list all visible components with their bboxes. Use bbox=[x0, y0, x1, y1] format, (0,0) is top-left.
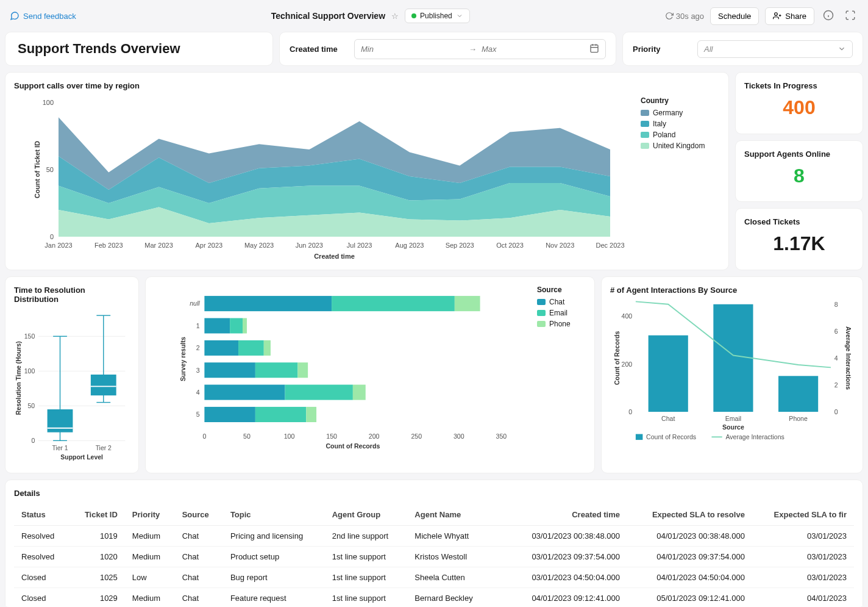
table-cell: 1029 bbox=[69, 588, 125, 608]
table-cell: 03/01/2023 bbox=[752, 567, 854, 588]
table-cell: Medium bbox=[125, 526, 175, 547]
svg-rect-44 bbox=[91, 375, 116, 395]
svg-rect-62 bbox=[204, 362, 255, 378]
svg-text:Chat: Chat bbox=[661, 415, 675, 422]
svg-text:Email: Email bbox=[725, 415, 741, 422]
table-header[interactable]: Expected SLA to fir bbox=[752, 504, 854, 526]
svg-text:8: 8 bbox=[834, 301, 838, 308]
svg-point-0 bbox=[775, 13, 778, 16]
table-header[interactable]: Agent Group bbox=[325, 504, 408, 526]
refresh-label: 30s ago bbox=[676, 12, 704, 21]
priority-dropdown[interactable]: All bbox=[697, 40, 853, 58]
svg-rect-56 bbox=[243, 318, 247, 333]
max-date-input[interactable] bbox=[482, 45, 585, 54]
svg-text:100: 100 bbox=[24, 368, 35, 375]
table-header[interactable]: Source bbox=[175, 504, 223, 526]
svg-text:1: 1 bbox=[196, 322, 200, 329]
svg-text:Resolution Time (Hours): Resolution Time (Hours) bbox=[15, 341, 22, 415]
table-header[interactable]: Ticket ID bbox=[69, 504, 125, 526]
table-cell: Resolved bbox=[14, 547, 69, 567]
svg-rect-72 bbox=[306, 407, 316, 422]
table-row[interactable]: Closed1029MediumChatFeature request1st l… bbox=[14, 588, 854, 608]
details-card: Details StatusTicket IDPrioritySourceTop… bbox=[5, 479, 863, 607]
topbar: Send feedback Technical Support Overview… bbox=[5, 5, 863, 27]
svg-text:Apr 2023: Apr 2023 bbox=[195, 242, 222, 249]
table-cell: Product setup bbox=[223, 547, 325, 567]
svg-text:50: 50 bbox=[46, 166, 54, 173]
svg-text:Nov 2023: Nov 2023 bbox=[546, 242, 574, 249]
stat-agents-value: 8 bbox=[744, 165, 854, 187]
stats-column: Tickets In Progress 400 Support Agents O… bbox=[735, 72, 863, 270]
combo-chart[interactable]: 020040002468ChatEmailPhoneSourceCount of… bbox=[610, 301, 854, 443]
svg-text:Aug 2023: Aug 2023 bbox=[395, 242, 424, 249]
info-icon[interactable] bbox=[820, 7, 836, 25]
svg-text:100: 100 bbox=[43, 99, 54, 106]
chevron-down-icon bbox=[838, 45, 846, 53]
created-time-filter: Created time → bbox=[279, 32, 616, 66]
svg-text:2: 2 bbox=[834, 381, 838, 389]
table-cell: Feature request bbox=[223, 588, 325, 608]
svg-rect-63 bbox=[255, 362, 298, 378]
table-cell: 03/01/2023 bbox=[752, 547, 854, 567]
svg-rect-93 bbox=[713, 304, 753, 412]
calendar-icon[interactable] bbox=[589, 43, 599, 55]
svg-rect-70 bbox=[204, 407, 255, 422]
table-header[interactable]: Created time bbox=[508, 504, 627, 526]
svg-text:250: 250 bbox=[411, 433, 422, 440]
svg-text:2: 2 bbox=[196, 344, 200, 351]
table-cell: Closed bbox=[14, 567, 69, 588]
svg-text:0: 0 bbox=[31, 437, 35, 444]
svg-rect-58 bbox=[204, 340, 238, 356]
svg-rect-52 bbox=[455, 296, 480, 311]
send-feedback-link[interactable]: Send feedback bbox=[10, 11, 76, 21]
svg-rect-59 bbox=[238, 340, 264, 356]
svg-rect-64 bbox=[297, 362, 308, 378]
star-icon[interactable]: ☆ bbox=[391, 12, 399, 21]
svg-text:Survey results: Survey results bbox=[179, 337, 187, 381]
area-chart[interactable]: 050100Jan 2023Feb 2023Mar 2023Apr 2023Ma… bbox=[14, 96, 633, 261]
svg-rect-71 bbox=[255, 407, 306, 422]
hbar-chart[interactable]: null12345050100150200250300350Count of R… bbox=[154, 286, 531, 452]
svg-rect-91 bbox=[649, 336, 688, 412]
svg-rect-100 bbox=[636, 434, 643, 440]
svg-text:3: 3 bbox=[196, 367, 200, 374]
table-row[interactable]: Resolved1020MediumChatProduct setup1st l… bbox=[14, 547, 854, 567]
status-dropdown[interactable]: Published bbox=[405, 9, 470, 23]
svg-text:300: 300 bbox=[454, 433, 464, 440]
dashboard-title: Support Trends Overview bbox=[5, 32, 273, 66]
table-header[interactable]: Topic bbox=[223, 504, 325, 526]
stat-agents-online: Support Agents Online 8 bbox=[735, 140, 863, 203]
table-cell: Sheela Cutten bbox=[407, 567, 507, 588]
table-cell: 03/01/2023 09:37:54.000 bbox=[508, 547, 627, 567]
boxplot-chart[interactable]: 050100150Tier 1Tier 2Support LevelResolu… bbox=[14, 310, 130, 464]
table-header[interactable]: Agent Name bbox=[407, 504, 507, 526]
priority-filter: Priority All bbox=[622, 32, 863, 66]
table-cell: Chat bbox=[175, 567, 223, 588]
svg-text:Average Interactions: Average Interactions bbox=[845, 326, 852, 390]
feedback-label: Send feedback bbox=[23, 12, 76, 21]
table-cell: 04/01/2023 04:50:04.000 bbox=[627, 567, 752, 588]
min-date-input[interactable] bbox=[361, 45, 464, 54]
status-dot-icon bbox=[411, 13, 416, 18]
table-cell: Bug report bbox=[223, 567, 325, 588]
details-title: Details bbox=[14, 489, 854, 498]
table-header[interactable]: Priority bbox=[125, 504, 175, 526]
created-time-label: Created time bbox=[290, 45, 344, 54]
svg-text:Jul 2023: Jul 2023 bbox=[347, 242, 372, 249]
schedule-button[interactable]: Schedule bbox=[710, 7, 759, 25]
table-cell: 1st line support bbox=[325, 547, 408, 567]
svg-text:null: null bbox=[190, 300, 200, 307]
table-header[interactable]: Expected SLA to resolve bbox=[627, 504, 752, 526]
table-header[interactable]: Status bbox=[14, 504, 69, 526]
date-range-input[interactable]: → bbox=[354, 39, 606, 59]
svg-text:Count of Records: Count of Records bbox=[646, 433, 696, 440]
fullscreen-icon[interactable] bbox=[842, 7, 858, 25]
table-row[interactable]: Closed1025LowChatBug report1st line supp… bbox=[14, 567, 854, 588]
table-cell: 04/01/2023 bbox=[752, 588, 854, 608]
table-cell: 1020 bbox=[69, 547, 125, 567]
table-row[interactable]: Resolved1019MediumChatPricing and licens… bbox=[14, 526, 854, 547]
boxplot-title: Time to Resolution Distribution bbox=[14, 286, 130, 304]
refresh-icon bbox=[665, 12, 674, 20]
refresh-button[interactable]: 30s ago bbox=[665, 12, 704, 21]
share-button[interactable]: Share bbox=[765, 7, 814, 25]
